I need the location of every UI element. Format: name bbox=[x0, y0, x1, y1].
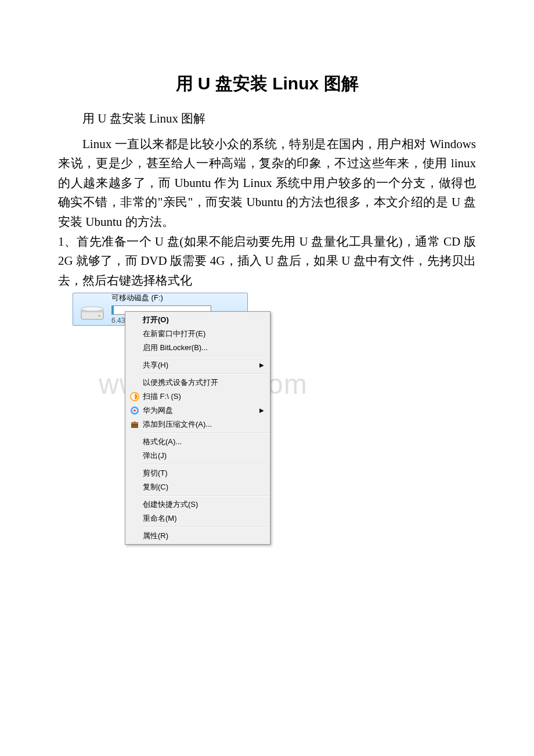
svg-point-3 bbox=[99, 315, 100, 317]
menu-scan-label: 扫描 F:\ (S) bbox=[143, 391, 255, 403]
menu-properties-label: 属性(R) bbox=[143, 530, 255, 542]
chevron-right-icon: ▶ bbox=[259, 361, 264, 370]
menu-open[interactable]: 打开(O) bbox=[127, 313, 269, 327]
drive-label: 可移动磁盘 (F:) bbox=[111, 292, 241, 304]
paragraph-intro: Linux 一直以来都是比较小众的系统，特别是在国内，用户相对 Windows … bbox=[58, 135, 476, 232]
menu-open-label: 打开(O) bbox=[143, 314, 255, 326]
svg-point-7 bbox=[134, 409, 136, 412]
menu-copy-label: 复制(C) bbox=[143, 481, 255, 494]
menu-format[interactable]: 格式化(A)... bbox=[127, 435, 269, 449]
menu-add-to-archive[interactable]: 添加到压缩文件(A)... bbox=[127, 417, 269, 431]
context-menu: 打开(O) 在新窗口中打开(E) 启用 BitLocker(B)... 共享(H… bbox=[125, 311, 270, 545]
menu-open-new-window[interactable]: 在新窗口中打开(E) bbox=[127, 327, 269, 341]
menu-format-label: 格式化(A)... bbox=[143, 436, 255, 448]
page-title: 用 U 盘安装 Linux 图解 bbox=[58, 70, 476, 98]
subtitle-text: 用 U 盘安装 Linux 图解 bbox=[58, 109, 476, 129]
chevron-right-icon: ▶ bbox=[259, 406, 264, 415]
shield-icon bbox=[127, 392, 143, 401]
menu-share-label: 共享(H) bbox=[143, 359, 255, 372]
menu-eject-label: 弹出(J) bbox=[143, 450, 255, 462]
cloud-icon bbox=[127, 406, 143, 415]
menu-eject[interactable]: 弹出(J) bbox=[127, 449, 269, 463]
menu-huawei-cloud[interactable]: 华为网盘 ▶ bbox=[127, 404, 269, 417]
menu-cut-label: 剪切(T) bbox=[143, 467, 255, 480]
screenshot-context-menu: 可移动磁盘 (F:) 6.43 G www.bdocx.com 打开(O) 在新… bbox=[58, 293, 308, 577]
svg-rect-10 bbox=[134, 422, 136, 423]
menu-rename[interactable]: 重命名(M) bbox=[127, 512, 269, 525]
paragraph-step1: 1、首先准备一个 U 盘(如果不能启动要先用 U 盘量化工具量化)，通常 CD … bbox=[58, 232, 476, 291]
archive-icon bbox=[127, 420, 143, 429]
svg-rect-11 bbox=[131, 424, 138, 425]
menu-share[interactable]: 共享(H) ▶ bbox=[127, 358, 269, 372]
menu-huawei-label: 华为网盘 bbox=[143, 405, 255, 417]
menu-bitlocker[interactable]: 启用 BitLocker(B)... bbox=[127, 341, 269, 355]
menu-cut[interactable]: 剪切(T) bbox=[127, 466, 269, 480]
menu-bitlocker-label: 启用 BitLocker(B)... bbox=[143, 342, 255, 354]
menu-copy[interactable]: 复制(C) bbox=[127, 480, 269, 494]
svg-point-2 bbox=[81, 307, 103, 311]
menu-compress-label: 添加到压缩文件(A)... bbox=[143, 419, 255, 431]
menu-properties[interactable]: 属性(R) bbox=[127, 529, 269, 543]
menu-rename-label: 重命名(M) bbox=[143, 513, 255, 525]
menu-create-shortcut[interactable]: 创建快捷方式(S) bbox=[127, 498, 269, 512]
menu-open-new-label: 在新窗口中打开(E) bbox=[143, 328, 255, 340]
menu-portable-device[interactable]: 以便携式设备方式打开 bbox=[127, 376, 269, 390]
menu-portable-label: 以便携式设备方式打开 bbox=[143, 377, 255, 389]
menu-scan[interactable]: 扫描 F:\ (S) bbox=[127, 390, 269, 404]
drive-icon bbox=[78, 298, 107, 324]
menu-shortcut-label: 创建快捷方式(S) bbox=[143, 499, 255, 511]
